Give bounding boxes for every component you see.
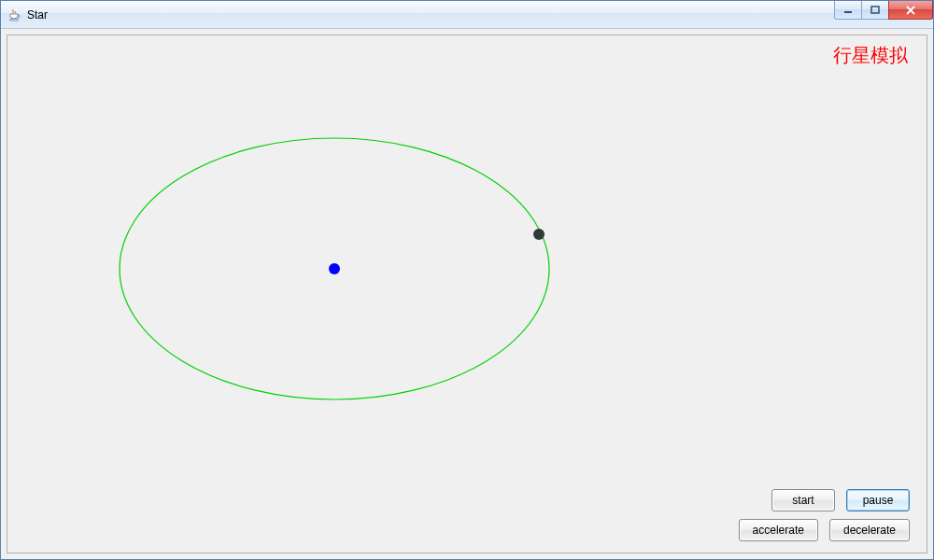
decelerate-button[interactable]: decelerate (829, 519, 910, 541)
java-icon (7, 7, 21, 22)
control-panel: start pause accelerate decelerate (739, 489, 910, 541)
app-window: Star 行星模拟 start pause accel (0, 0, 934, 560)
svg-rect-1 (844, 11, 852, 13)
accelerate-button[interactable]: accelerate (739, 519, 818, 541)
minimize-button[interactable] (834, 1, 862, 20)
window-title: Star (27, 8, 48, 21)
maximize-button[interactable] (861, 1, 889, 20)
window-controls (835, 1, 933, 20)
control-row-2: accelerate decelerate (739, 519, 910, 541)
planet-body (533, 229, 545, 240)
titlebar[interactable]: Star (1, 1, 933, 29)
close-button[interactable] (888, 1, 933, 20)
center-body (329, 263, 340, 274)
svg-point-0 (9, 19, 19, 21)
control-row-1: start pause (771, 489, 910, 511)
client-area: 行星模拟 start pause accelerate decelerate (7, 35, 927, 553)
svg-rect-2 (871, 7, 879, 13)
start-button[interactable]: start (771, 489, 835, 511)
simulation-canvas (7, 35, 927, 553)
pause-button[interactable]: pause (846, 489, 910, 511)
